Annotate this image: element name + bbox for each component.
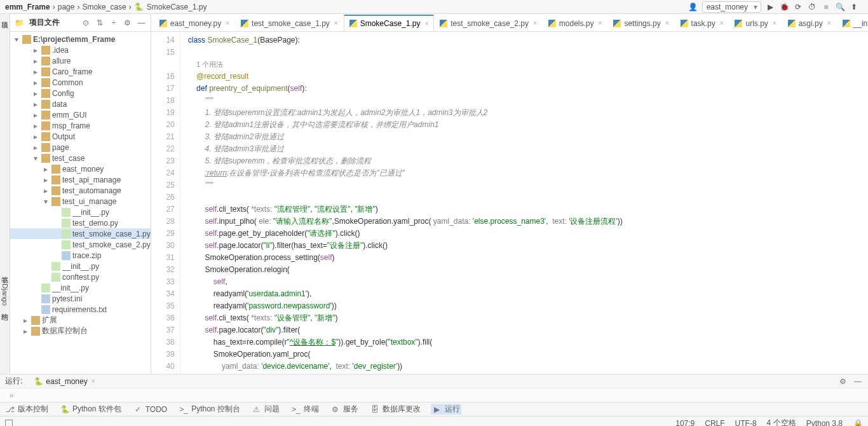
tree-root[interactable]: ▾E:\project\emm_Frame xyxy=(10,34,151,45)
collapse-all-icon[interactable]: ÷ xyxy=(109,18,119,28)
bottom-tab[interactable]: >_Python 控制台 xyxy=(177,404,241,415)
caret-position[interactable]: 107:9 xyxy=(675,419,695,427)
close-icon[interactable]: × xyxy=(599,20,602,27)
run-config-selector[interactable]: east_money xyxy=(702,1,761,13)
tree-item[interactable]: pytest.ini xyxy=(10,293,151,304)
bc-file[interactable]: SmokeCase_1.py xyxy=(147,3,207,11)
tree-item[interactable]: ▸page xyxy=(10,142,151,153)
tree-item[interactable]: ▸扩展 xyxy=(10,315,151,326)
bottom-tab[interactable]: >_终端 xyxy=(290,404,320,415)
bottom-tab[interactable]: ⚙服务 xyxy=(329,404,360,415)
tree-item[interactable]: conftest.py xyxy=(10,271,151,282)
tool-icon: ⚠ xyxy=(252,404,262,415)
breadcrumb: emm_Frame › page › Smoke_case › 🐍 SmokeC… xyxy=(0,0,868,14)
expand-all-icon[interactable]: ⇅ xyxy=(95,18,105,28)
profile-icon[interactable]: ⏱ xyxy=(807,2,817,12)
coverage-icon[interactable]: ⟳ xyxy=(793,2,803,12)
editor-tab[interactable]: task.py× xyxy=(675,15,729,31)
tree-item[interactable]: test_smoke_case_1.py xyxy=(10,228,151,239)
hide-icon[interactable]: — xyxy=(853,376,863,387)
gear-icon[interactable]: ⚙ xyxy=(837,376,848,387)
tool-windows-toggle-icon[interactable] xyxy=(5,420,13,427)
gear-icon[interactable]: ⚙ xyxy=(123,18,133,28)
close-icon[interactable]: × xyxy=(533,20,537,27)
tree-item[interactable]: trace.zip xyxy=(10,250,151,261)
editor-tab[interactable]: asgi.py× xyxy=(782,15,837,31)
close-icon[interactable]: × xyxy=(424,20,428,27)
bottom-tab[interactable]: 🗄数据库更改 xyxy=(369,404,422,415)
chevron-right-icon[interactable]: » xyxy=(6,390,17,401)
debug-icon[interactable]: 🐞 xyxy=(779,2,789,12)
editor-tab[interactable]: east_money.py× xyxy=(154,15,235,31)
close-icon[interactable]: × xyxy=(334,20,338,27)
tree-item[interactable]: test_demo.py xyxy=(10,217,151,228)
editor-tab[interactable]: SmokeCase_1.py× xyxy=(344,15,435,31)
tree-item[interactable]: requirements.txt xyxy=(10,304,151,315)
python-icon xyxy=(681,20,688,27)
search-icon[interactable]: 🔍 xyxy=(835,2,845,12)
editor-tab[interactable]: __init__.py× xyxy=(837,15,868,31)
tree-item[interactable]: ▸Common xyxy=(10,77,151,88)
close-icon[interactable]: × xyxy=(226,20,229,27)
tree-item[interactable]: ▸msp_frame xyxy=(10,120,151,131)
tree-item[interactable]: ▸Config xyxy=(10,88,151,99)
tree-item[interactable]: ▸east_money xyxy=(10,163,151,174)
file-encoding[interactable]: UTF-8 xyxy=(735,419,757,427)
tree-item[interactable]: __init__.py xyxy=(10,282,151,293)
project-panel-title: 项目文件 xyxy=(29,17,60,28)
indent[interactable]: 4 个空格 xyxy=(767,418,796,426)
project-icon: 📁 xyxy=(14,18,24,28)
tree-item[interactable]: test_smoke_case_2.py xyxy=(10,239,151,250)
bottom-tab[interactable]: 🐍Python 软件包 xyxy=(58,404,123,415)
editor-tab[interactable]: test_smoke_case_2.py× xyxy=(434,15,543,31)
bottom-tab[interactable]: ⚠问题 xyxy=(250,404,281,415)
stop-icon[interactable]: ■ xyxy=(821,2,831,12)
close-icon[interactable]: × xyxy=(720,20,724,27)
editor-tab[interactable]: settings.py× xyxy=(607,15,674,31)
run-icon[interactable]: ▶ xyxy=(765,2,775,12)
editor-tab[interactable]: models.py× xyxy=(543,15,608,31)
settings-sync-icon[interactable]: ⬆ xyxy=(849,2,859,12)
run-tab[interactable]: 🐍 east_money × xyxy=(27,375,100,388)
tool-icon: >_ xyxy=(179,404,189,415)
tree-item[interactable]: ▸.idea xyxy=(10,45,151,55)
code-editor[interactable]: class SmokeCase_1(BasePage): 1 个用法 @reco… xyxy=(180,32,868,374)
interpreter[interactable]: Python 3.8 xyxy=(806,419,843,427)
bc-root[interactable]: emm_Frame xyxy=(5,3,50,11)
python-icon xyxy=(440,20,447,27)
tree-item[interactable]: ▸数据库控制台 xyxy=(10,326,151,336)
hide-panel-icon[interactable]: — xyxy=(137,18,147,28)
tree-item[interactable]: ▸emm_GUI xyxy=(10,109,151,120)
bottom-tab[interactable]: ▶运行 xyxy=(431,404,461,415)
tree-item[interactable]: ▸test_api_manage xyxy=(10,174,151,185)
select-opened-icon[interactable]: ⊙ xyxy=(81,18,91,28)
tool-icon: ⎇ xyxy=(5,404,15,415)
python-icon xyxy=(788,20,796,27)
lock-icon[interactable]: 🔒 xyxy=(853,418,863,427)
bottom-tab[interactable]: ✓TODO xyxy=(132,404,168,415)
tool-icon: ⚙ xyxy=(330,404,341,415)
line-separator[interactable]: CRLF xyxy=(705,419,724,427)
tree-item[interactable]: ▸Output xyxy=(10,131,151,142)
tree-item[interactable]: __init__.py xyxy=(10,261,151,271)
user-icon[interactable]: 👤 xyxy=(688,2,698,12)
close-icon[interactable]: × xyxy=(665,20,669,27)
tree-item[interactable]: ▾test_ui_manage xyxy=(10,196,151,207)
tree-item[interactable]: __init__.py xyxy=(10,207,151,217)
bc-2[interactable]: Smoke_case xyxy=(82,3,126,11)
close-icon[interactable]: × xyxy=(92,378,95,385)
bc-1[interactable]: page xyxy=(58,3,75,11)
tree-item[interactable]: ▸allure xyxy=(10,55,151,66)
tree-item[interactable]: ▸Caro_frame xyxy=(10,66,151,77)
tree-item[interactable]: ▸data xyxy=(10,99,151,109)
bottom-tab[interactable]: ⎇版本控制 xyxy=(4,404,50,415)
rail-django[interactable]: Django 结构 xyxy=(0,284,10,308)
tree-item[interactable]: ▸test_automanage xyxy=(10,185,151,196)
editor-tab[interactable]: urls.py× xyxy=(729,15,782,31)
project-tree[interactable]: ▾E:\project\emm_Frame ▸.idea▸allure▸Caro… xyxy=(10,32,151,374)
tree-item[interactable]: ▾test_case xyxy=(10,153,151,163)
close-icon[interactable]: × xyxy=(827,20,831,27)
close-icon[interactable]: × xyxy=(773,20,776,27)
editor-tab[interactable]: test_smoke_case_1.py× xyxy=(235,15,344,31)
tool-icon: >_ xyxy=(291,404,301,415)
